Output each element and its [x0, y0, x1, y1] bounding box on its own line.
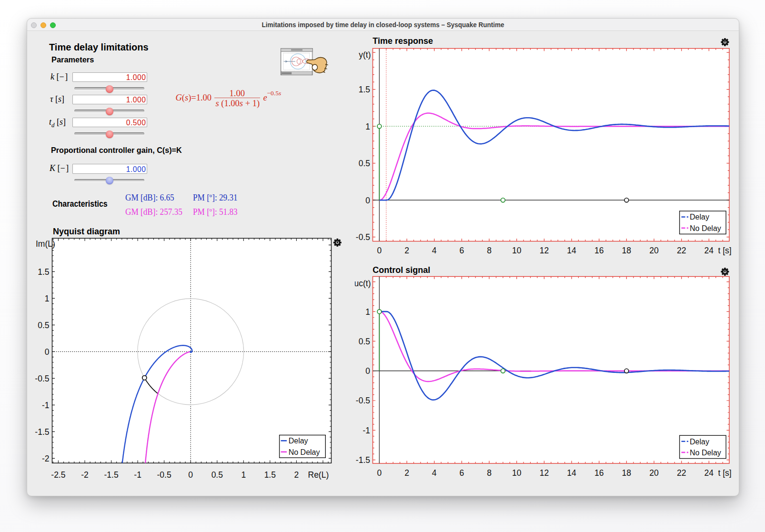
svg-text:1: 1: [365, 307, 370, 317]
svg-text:0.5: 0.5: [211, 470, 223, 480]
svg-text:1: 1: [45, 294, 50, 303]
svg-text:16: 16: [594, 246, 604, 255]
svg-text:0: 0: [377, 468, 382, 478]
svg-text:16: 16: [594, 468, 604, 478]
svg-text:Delay: Delay: [690, 213, 709, 221]
svg-text:18: 18: [622, 468, 631, 478]
svg-text:No Delay: No Delay: [690, 224, 721, 232]
svg-text:4: 4: [432, 246, 437, 255]
svg-text:y(t): y(t): [359, 50, 371, 60]
svg-text:-0.5: -0.5: [157, 470, 171, 480]
svg-text:0.5: 0.5: [359, 337, 370, 346]
svg-text:Delay: Delay: [289, 437, 308, 445]
svg-text:1.5: 1.5: [359, 85, 370, 94]
svg-text:6: 6: [460, 246, 464, 255]
svg-text:0.5: 0.5: [359, 159, 370, 168]
svg-text:-1.5: -1.5: [356, 455, 370, 465]
svg-text:Re(L): Re(L): [308, 470, 329, 480]
svg-text:t [s]: t [s]: [718, 246, 732, 255]
svg-text:1: 1: [365, 122, 370, 131]
svg-text:24: 24: [705, 246, 714, 255]
svg-text:-1.5: -1.5: [104, 470, 119, 480]
svg-text:18: 18: [622, 246, 631, 255]
svg-text:12: 12: [540, 246, 549, 255]
svg-text:uc(t): uc(t): [355, 279, 371, 288]
svg-text:0.5: 0.5: [38, 321, 49, 330]
svg-text:1.5: 1.5: [264, 470, 276, 480]
svg-text:-1.5: -1.5: [35, 427, 49, 437]
svg-text:12: 12: [540, 468, 549, 478]
svg-text:2: 2: [404, 246, 409, 255]
svg-text:20: 20: [649, 246, 659, 255]
svg-text:8: 8: [487, 246, 492, 255]
svg-text:-2.5: -2.5: [51, 470, 65, 480]
svg-text:4: 4: [432, 468, 437, 478]
svg-text:0: 0: [45, 347, 50, 357]
svg-text:1: 1: [241, 470, 246, 480]
svg-text:6: 6: [460, 468, 464, 478]
svg-text:-1: -1: [362, 426, 370, 435]
svg-text:0: 0: [365, 196, 370, 205]
svg-text:8: 8: [487, 468, 492, 478]
svg-text:0: 0: [365, 366, 370, 376]
svg-text:22: 22: [677, 468, 686, 478]
svg-text:22: 22: [677, 246, 686, 255]
svg-text:Im(L): Im(L): [36, 239, 55, 249]
svg-text:t [s]: t [s]: [718, 468, 732, 478]
svg-text:-1: -1: [134, 470, 141, 480]
svg-text:0: 0: [188, 470, 193, 480]
svg-text:24: 24: [705, 468, 714, 478]
svg-text:10: 10: [512, 468, 522, 478]
svg-text:0: 0: [377, 246, 382, 255]
svg-text:No Delay: No Delay: [690, 449, 721, 457]
svg-text:-2: -2: [42, 454, 50, 463]
svg-text:Delay: Delay: [690, 438, 709, 446]
svg-text:-2: -2: [81, 470, 89, 480]
svg-text:2: 2: [404, 468, 409, 478]
svg-text:2: 2: [294, 470, 299, 480]
svg-text:-0.5: -0.5: [35, 374, 49, 383]
svg-text:14: 14: [567, 246, 576, 255]
svg-text:-1: -1: [42, 401, 50, 410]
svg-text:1.5: 1.5: [38, 267, 49, 277]
svg-text:10: 10: [512, 246, 522, 255]
svg-text:14: 14: [567, 468, 576, 478]
svg-text:-0.5: -0.5: [356, 232, 370, 242]
svg-text:No Delay: No Delay: [289, 448, 320, 456]
svg-text:20: 20: [649, 468, 659, 478]
svg-text:-0.5: -0.5: [356, 396, 370, 405]
